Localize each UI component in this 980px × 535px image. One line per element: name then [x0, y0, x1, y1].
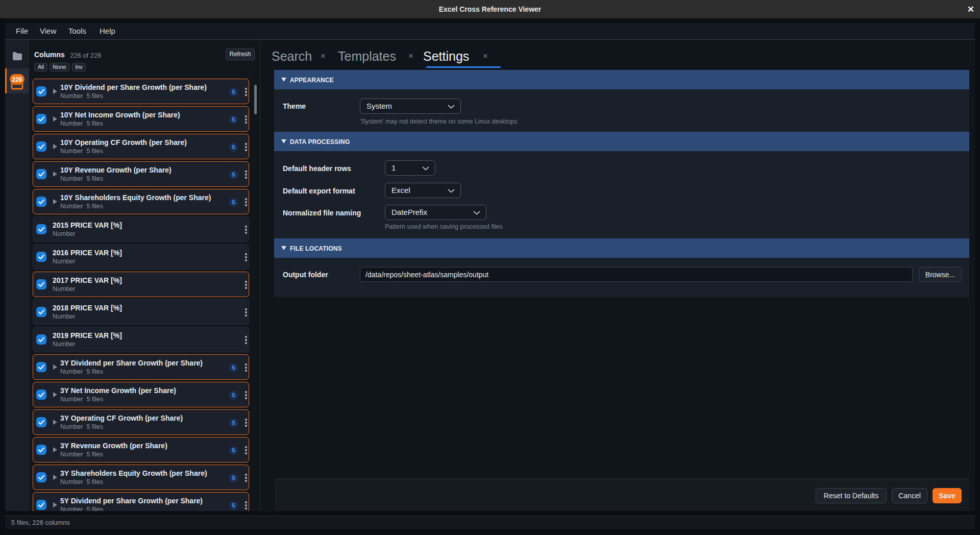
svg-text:226: 226 [12, 76, 22, 83]
